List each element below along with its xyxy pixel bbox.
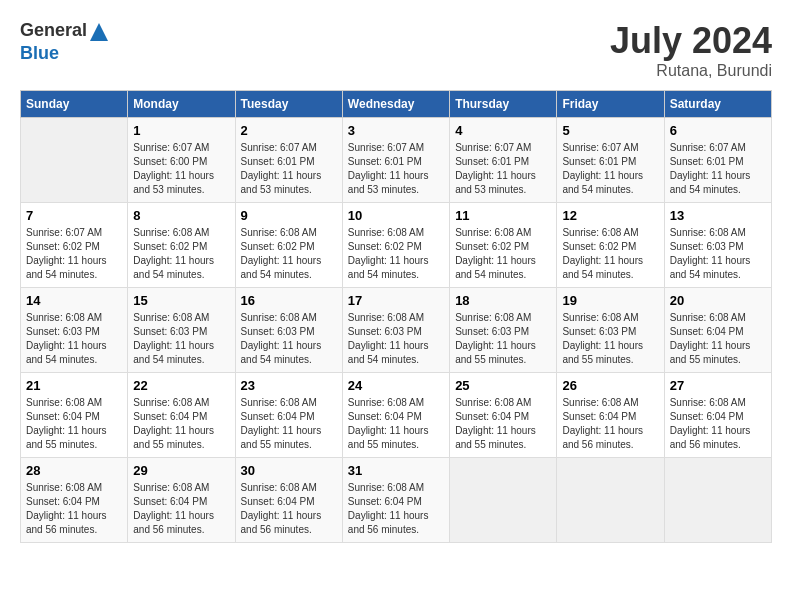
day-number: 9 [241,208,337,223]
calendar-cell: 1Sunrise: 6:07 AMSunset: 6:00 PMDaylight… [128,118,235,203]
calendar-cell: 19Sunrise: 6:08 AMSunset: 6:03 PMDayligh… [557,288,664,373]
calendar-cell: 18Sunrise: 6:08 AMSunset: 6:03 PMDayligh… [450,288,557,373]
calendar-cell: 21Sunrise: 6:08 AMSunset: 6:04 PMDayligh… [21,373,128,458]
day-info: Sunrise: 6:08 AMSunset: 6:03 PMDaylight:… [670,226,766,282]
calendar-cell: 2Sunrise: 6:07 AMSunset: 6:01 PMDaylight… [235,118,342,203]
day-number: 17 [348,293,444,308]
month-year-title: July 2024 [610,20,772,62]
title-block: July 2024 Rutana, Burundi [610,20,772,80]
day-number: 31 [348,463,444,478]
day-info: Sunrise: 6:07 AMSunset: 6:02 PMDaylight:… [26,226,122,282]
weekday-header-friday: Friday [557,91,664,118]
day-info: Sunrise: 6:07 AMSunset: 6:00 PMDaylight:… [133,141,229,197]
day-number: 4 [455,123,551,138]
day-info: Sunrise: 6:07 AMSunset: 6:01 PMDaylight:… [455,141,551,197]
calendar-cell: 7Sunrise: 6:07 AMSunset: 6:02 PMDaylight… [21,203,128,288]
calendar-cell: 24Sunrise: 6:08 AMSunset: 6:04 PMDayligh… [342,373,449,458]
day-number: 27 [670,378,766,393]
day-number: 28 [26,463,122,478]
day-number: 8 [133,208,229,223]
logo-text: General Blue [20,20,111,64]
weekday-header-tuesday: Tuesday [235,91,342,118]
day-number: 30 [241,463,337,478]
day-info: Sunrise: 6:08 AMSunset: 6:04 PMDaylight:… [26,396,122,452]
day-number: 11 [455,208,551,223]
day-info: Sunrise: 6:08 AMSunset: 6:02 PMDaylight:… [133,226,229,282]
calendar-cell: 14Sunrise: 6:08 AMSunset: 6:03 PMDayligh… [21,288,128,373]
day-number: 13 [670,208,766,223]
calendar-week-row: 14Sunrise: 6:08 AMSunset: 6:03 PMDayligh… [21,288,772,373]
calendar-cell: 27Sunrise: 6:08 AMSunset: 6:04 PMDayligh… [664,373,771,458]
day-info: Sunrise: 6:08 AMSunset: 6:02 PMDaylight:… [455,226,551,282]
calendar-cell [664,458,771,543]
day-number: 6 [670,123,766,138]
calendar-cell: 26Sunrise: 6:08 AMSunset: 6:04 PMDayligh… [557,373,664,458]
day-number: 19 [562,293,658,308]
day-info: Sunrise: 6:08 AMSunset: 6:04 PMDaylight:… [241,396,337,452]
calendar-cell: 8Sunrise: 6:08 AMSunset: 6:02 PMDaylight… [128,203,235,288]
day-info: Sunrise: 6:08 AMSunset: 6:04 PMDaylight:… [133,481,229,537]
calendar-cell: 28Sunrise: 6:08 AMSunset: 6:04 PMDayligh… [21,458,128,543]
day-info: Sunrise: 6:08 AMSunset: 6:03 PMDaylight:… [348,311,444,367]
day-number: 22 [133,378,229,393]
day-number: 16 [241,293,337,308]
weekday-header-wednesday: Wednesday [342,91,449,118]
calendar-cell [450,458,557,543]
calendar-cell: 3Sunrise: 6:07 AMSunset: 6:01 PMDaylight… [342,118,449,203]
calendar-week-row: 21Sunrise: 6:08 AMSunset: 6:04 PMDayligh… [21,373,772,458]
calendar-week-row: 28Sunrise: 6:08 AMSunset: 6:04 PMDayligh… [21,458,772,543]
day-info: Sunrise: 6:08 AMSunset: 6:04 PMDaylight:… [348,481,444,537]
day-number: 3 [348,123,444,138]
day-info: Sunrise: 6:08 AMSunset: 6:02 PMDaylight:… [562,226,658,282]
calendar-cell: 9Sunrise: 6:08 AMSunset: 6:02 PMDaylight… [235,203,342,288]
weekday-header-row: SundayMondayTuesdayWednesdayThursdayFrid… [21,91,772,118]
calendar-cell [557,458,664,543]
calendar-cell: 22Sunrise: 6:08 AMSunset: 6:04 PMDayligh… [128,373,235,458]
calendar-week-row: 1Sunrise: 6:07 AMSunset: 6:00 PMDaylight… [21,118,772,203]
day-number: 14 [26,293,122,308]
logo-icon [88,21,110,43]
day-number: 15 [133,293,229,308]
weekday-header-saturday: Saturday [664,91,771,118]
day-number: 5 [562,123,658,138]
calendar-cell [21,118,128,203]
day-number: 12 [562,208,658,223]
day-info: Sunrise: 6:07 AMSunset: 6:01 PMDaylight:… [241,141,337,197]
day-info: Sunrise: 6:08 AMSunset: 6:04 PMDaylight:… [670,396,766,452]
svg-marker-0 [90,23,108,41]
day-info: Sunrise: 6:08 AMSunset: 6:03 PMDaylight:… [241,311,337,367]
calendar-table: SundayMondayTuesdayWednesdayThursdayFrid… [20,90,772,543]
day-number: 20 [670,293,766,308]
calendar-cell: 6Sunrise: 6:07 AMSunset: 6:01 PMDaylight… [664,118,771,203]
day-info: Sunrise: 6:07 AMSunset: 6:01 PMDaylight:… [348,141,444,197]
day-number: 18 [455,293,551,308]
day-info: Sunrise: 6:08 AMSunset: 6:02 PMDaylight:… [348,226,444,282]
calendar-cell: 11Sunrise: 6:08 AMSunset: 6:02 PMDayligh… [450,203,557,288]
calendar-cell: 16Sunrise: 6:08 AMSunset: 6:03 PMDayligh… [235,288,342,373]
calendar-cell: 13Sunrise: 6:08 AMSunset: 6:03 PMDayligh… [664,203,771,288]
calendar-cell: 10Sunrise: 6:08 AMSunset: 6:02 PMDayligh… [342,203,449,288]
calendar-cell: 4Sunrise: 6:07 AMSunset: 6:01 PMDaylight… [450,118,557,203]
day-info: Sunrise: 6:08 AMSunset: 6:04 PMDaylight:… [348,396,444,452]
day-number: 10 [348,208,444,223]
calendar-cell: 20Sunrise: 6:08 AMSunset: 6:04 PMDayligh… [664,288,771,373]
day-info: Sunrise: 6:08 AMSunset: 6:04 PMDaylight:… [133,396,229,452]
day-info: Sunrise: 6:07 AMSunset: 6:01 PMDaylight:… [562,141,658,197]
calendar-cell: 17Sunrise: 6:08 AMSunset: 6:03 PMDayligh… [342,288,449,373]
day-number: 7 [26,208,122,223]
day-info: Sunrise: 6:08 AMSunset: 6:03 PMDaylight:… [26,311,122,367]
day-info: Sunrise: 6:08 AMSunset: 6:04 PMDaylight:… [241,481,337,537]
day-number: 29 [133,463,229,478]
calendar-cell: 25Sunrise: 6:08 AMSunset: 6:04 PMDayligh… [450,373,557,458]
weekday-header-sunday: Sunday [21,91,128,118]
calendar-cell: 5Sunrise: 6:07 AMSunset: 6:01 PMDaylight… [557,118,664,203]
day-number: 24 [348,378,444,393]
weekday-header-monday: Monday [128,91,235,118]
day-info: Sunrise: 6:07 AMSunset: 6:01 PMDaylight:… [670,141,766,197]
weekday-header-thursday: Thursday [450,91,557,118]
day-info: Sunrise: 6:08 AMSunset: 6:04 PMDaylight:… [562,396,658,452]
day-number: 21 [26,378,122,393]
calendar-cell: 15Sunrise: 6:08 AMSunset: 6:03 PMDayligh… [128,288,235,373]
day-info: Sunrise: 6:08 AMSunset: 6:02 PMDaylight:… [241,226,337,282]
day-number: 25 [455,378,551,393]
